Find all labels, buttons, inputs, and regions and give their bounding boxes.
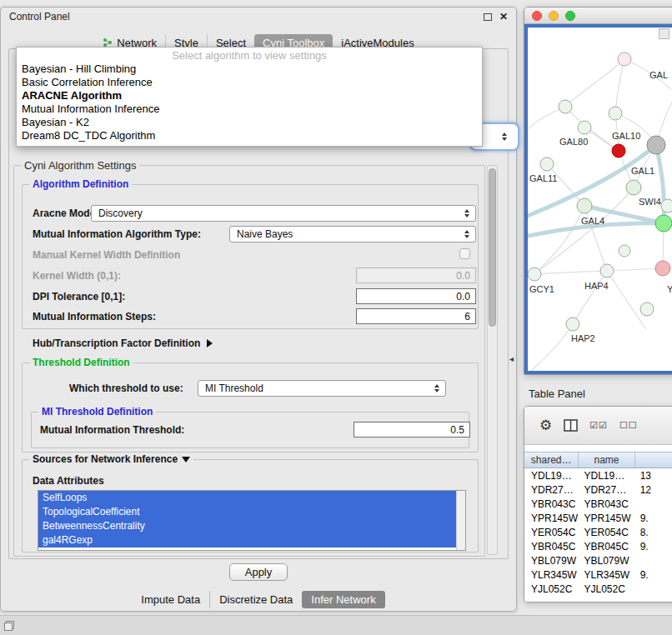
- cell[interactable]: YLR345W: [579, 568, 634, 582]
- cell[interactable]: YBR043C: [524, 498, 579, 512]
- cell[interactable]: 9.: [635, 568, 672, 582]
- cell[interactable]: YLR345W: [524, 568, 579, 582]
- which-threshold-combobox[interactable]: MI Threshold: [198, 380, 446, 397]
- node-gal1[interactable]: [626, 180, 641, 195]
- deselect-all-icon[interactable]: ☐☐: [619, 420, 638, 431]
- node-swi4[interactable]: [661, 199, 672, 212]
- cell[interactable]: [635, 554, 672, 568]
- settings-scrollbar[interactable]: [487, 165, 498, 555]
- zoom-traffic-light-icon[interactable]: [565, 11, 575, 21]
- algorithm-option[interactable]: Bayesian - K2: [17, 116, 482, 129]
- mi-threshold-field[interactable]: 0.5: [354, 422, 470, 438]
- kernel-width-field[interactable]: 0.0: [356, 268, 476, 283]
- cell[interactable]: YDR27…: [524, 483, 579, 498]
- attribute-item[interactable]: SelfLoops: [38, 491, 456, 505]
- table-row[interactable]: YBL079WYBL079W: [524, 554, 672, 568]
- show-columns-icon[interactable]: [564, 419, 578, 432]
- algorithm-option[interactable]: Mutual Information Inference: [17, 102, 482, 116]
- table-row[interactable]: YDL19…YDL19…13: [524, 469, 672, 483]
- restore-panel-icon[interactable]: [3, 620, 15, 632]
- tab-impute-data[interactable]: Impute Data: [132, 591, 209, 608]
- mi-algorithm-type-combobox[interactable]: Naive Bayes: [229, 226, 476, 242]
- aracne-mode-combobox[interactable]: Discovery: [91, 205, 476, 222]
- control-panel-titlebar[interactable]: Control Panel ✕: [1, 8, 516, 26]
- column-header[interactable]: [635, 452, 672, 468]
- float-window-icon[interactable]: [484, 13, 492, 21]
- node[interactable]: [609, 107, 622, 120]
- node-salmon[interactable]: [655, 261, 670, 276]
- column-header-shared-name[interactable]: shared…: [524, 452, 579, 468]
- node-gcy1[interactable]: [528, 268, 541, 281]
- algorithm-option[interactable]: Bayesian - Hill Climbing: [17, 62, 482, 76]
- close-icon[interactable]: ✕: [499, 12, 508, 22]
- network-graph[interactable]: GAL GAL80 GAL10 GAL11 GAL1 SWI4 GAL4 GCY…: [528, 28, 672, 372]
- network-window-titlebar[interactable]: [524, 8, 672, 24]
- cell[interactable]: 9.: [635, 540, 672, 554]
- table-row[interactable]: YER054CYER054C8.: [524, 526, 672, 540]
- scrollbar-thumb[interactable]: [489, 168, 496, 327]
- node-hub-gray[interactable]: [647, 136, 665, 154]
- select-all-icon[interactable]: ☑☑: [589, 420, 608, 431]
- node[interactable]: [618, 52, 631, 66]
- cell[interactable]: 9.: [635, 512, 672, 526]
- data-attributes-list[interactable]: SelfLoops TopologicalCoefficient Between…: [38, 490, 466, 551]
- attribute-item[interactable]: gal4RGexp: [38, 533, 456, 548]
- attribute-item[interactable]: TopologicalCoefficient: [38, 505, 456, 519]
- tab-infer-network[interactable]: Infer Network: [302, 591, 384, 608]
- algorithm-option[interactable]: Dream8 DC_TDC Algorithm: [17, 129, 482, 142]
- manual-kernel-width-checkbox[interactable]: [459, 248, 470, 259]
- attribute-item[interactable]: BetweennessCentrality: [38, 519, 456, 533]
- node-gal11[interactable]: [540, 158, 554, 171]
- algorithm-option[interactable]: Basic Correlation Inference: [17, 76, 482, 89]
- close-traffic-light-icon[interactable]: [532, 11, 542, 21]
- node-hap4[interactable]: [600, 264, 614, 278]
- table-row[interactable]: YBR045CYBR045C9.: [524, 540, 672, 554]
- mi-steps-field[interactable]: 6: [356, 308, 476, 324]
- node-hap2[interactable]: [566, 318, 579, 331]
- gear-icon[interactable]: ⚙: [539, 417, 552, 434]
- cell[interactable]: YJL052C: [579, 582, 634, 597]
- hub-definition-section[interactable]: Hub/Transcription Factor Definition: [33, 338, 213, 349]
- table-row[interactable]: YDR27…YDR27…12: [524, 483, 672, 498]
- dpi-tolerance-field[interactable]: 0.0: [356, 288, 476, 304]
- cell[interactable]: YBL079W: [524, 554, 579, 568]
- table-row[interactable]: YPR145WYPR145W9.: [524, 512, 672, 526]
- cell[interactable]: YJL052C: [524, 582, 579, 597]
- table-row[interactable]: YBR043CYBR043C: [524, 498, 672, 512]
- cell[interactable]: YBR045C: [579, 540, 634, 554]
- minimize-traffic-light-icon[interactable]: [549, 11, 559, 21]
- cell[interactable]: [635, 498, 672, 512]
- node[interactable]: [619, 245, 630, 257]
- cell[interactable]: YBR045C: [524, 540, 579, 554]
- cell[interactable]: 8.: [635, 526, 672, 540]
- table-row[interactable]: YLR345WYLR345W9.: [524, 568, 672, 582]
- node-gal10-red[interactable]: [612, 144, 625, 158]
- node[interactable]: [640, 302, 654, 316]
- apply-button[interactable]: Apply: [229, 563, 288, 581]
- network-canvas[interactable]: GAL GAL80 GAL10 GAL11 GAL1 SWI4 GAL4 GCY…: [524, 24, 672, 374]
- cell[interactable]: YDR27…: [579, 483, 634, 498]
- list-scrollbar[interactable]: [456, 491, 465, 550]
- algorithm-option-selected[interactable]: ARACNE Algorithm: [17, 89, 482, 102]
- cell[interactable]: YBL079W: [579, 554, 634, 568]
- cell[interactable]: YER054C: [579, 526, 634, 540]
- node[interactable]: [559, 100, 572, 113]
- cell[interactable]: YER054C: [524, 526, 579, 540]
- cell[interactable]: [635, 582, 672, 597]
- cell[interactable]: YPR145W: [524, 512, 579, 526]
- node-bright-green[interactable]: [655, 215, 672, 232]
- tab-discretize-data[interactable]: Discretize Data: [209, 591, 302, 608]
- scrollbar-button[interactable]: [659, 28, 669, 39]
- table-row[interactable]: YJL052CYJL052C: [524, 582, 672, 597]
- cell[interactable]: YDL19…: [579, 469, 634, 483]
- sources-section-header[interactable]: Sources for Network Inference: [29, 453, 193, 465]
- cell[interactable]: 12: [635, 483, 672, 498]
- cell[interactable]: YPR145W: [579, 512, 634, 526]
- cell[interactable]: YBR043C: [579, 498, 634, 512]
- column-header-name[interactable]: name: [579, 452, 634, 468]
- cell[interactable]: 13: [635, 469, 672, 483]
- node-gal80[interactable]: [578, 121, 591, 134]
- splitter-collapse-icon[interactable]: ◂: [509, 354, 514, 363]
- node-gal4[interactable]: [577, 198, 592, 213]
- cell[interactable]: YDL19…: [524, 469, 579, 483]
